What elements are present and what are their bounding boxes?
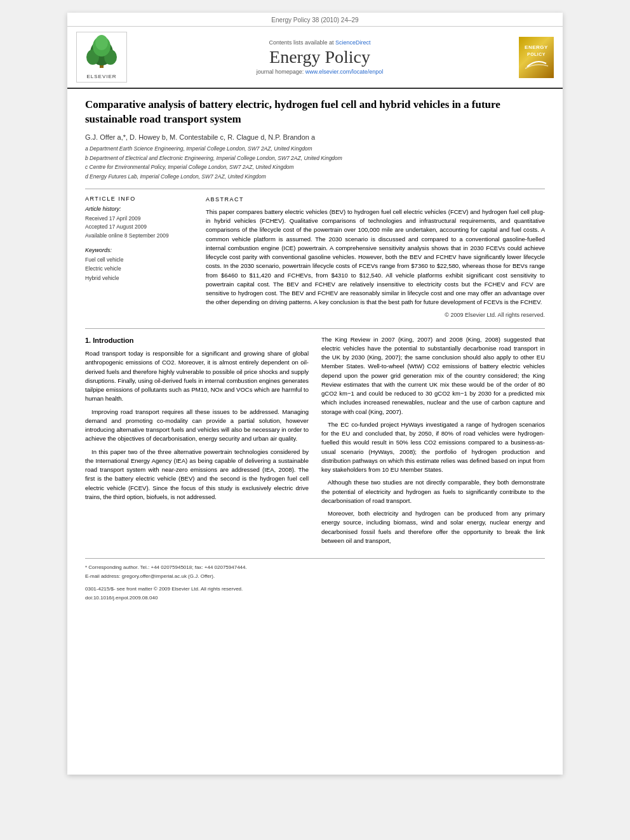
article-content: Comparative analysis of battery electric… [67, 89, 563, 616]
affiliation-d: d Energy Futures Lab, Imperial College L… [85, 173, 545, 181]
elsevier-wordmark: ELSEVIER [79, 74, 124, 79]
body-content: 1. Introduction Road transport today is … [85, 335, 545, 550]
footnote-email: E-mail address: gregory.offer@imperial.a… [85, 573, 545, 580]
received-date: Received 17 April 2009 [85, 215, 193, 223]
journal-homepage: journal homepage: www.elsevier.com/locat… [127, 69, 513, 75]
body-col-right: The King Review in 2007 (King, 2007) and… [321, 335, 545, 550]
body-right-p3: Although these two studies are not direc… [321, 478, 545, 505]
keyword-3: Hybrid vehicle [85, 274, 193, 283]
badge-title-line2: POLICY [527, 51, 546, 57]
body-right-p4: Moreover, both electricity and hydrogen … [321, 509, 545, 545]
body-left-p3: In this paper two of the three alternati… [85, 448, 309, 502]
body-right-p1: The King Review in 2007 (King, 2007) and… [321, 335, 545, 417]
accepted-date: Accepted 17 August 2009 [85, 223, 193, 232]
elsevier-tree-icon [83, 35, 121, 70]
footnote-area: * Corresponding author. Tel.: +44 020759… [85, 558, 545, 602]
journal-page: Energy Policy 38 (2010) 24–29 ELSEVIER [67, 13, 563, 775]
article-history: Article history: Received 17 April 2009 … [85, 206, 193, 241]
keyword-2: Electric vehicle [85, 264, 193, 273]
authors-line: G.J. Offer a,*, D. Howey b, M. Contestab… [85, 133, 545, 141]
journal-header: ELSEVIER Contents lists available at Sci… [67, 27, 563, 89]
contents-link: Contents lists available at ScienceDirec… [127, 39, 513, 46]
affiliation-a: a Department Earth Science Engineering, … [85, 145, 545, 153]
body-left-p1: Road transport today is responsible for … [85, 349, 309, 404]
svg-point-5 [95, 35, 108, 50]
info-abstract-section: ARTICLE INFO Article history: Received 1… [85, 196, 545, 319]
affiliation-c: c Centre for Environmental Policy, Imper… [85, 163, 545, 171]
journal-center: Contents lists available at ScienceDirec… [127, 39, 513, 75]
energy-policy-badge: ENERGY POLICY [519, 37, 554, 78]
body-col-left: 1. Introduction Road transport today is … [85, 335, 309, 550]
section1-number: 1. [85, 337, 91, 344]
divider-2 [85, 328, 545, 329]
section1-heading: 1. Introduction [85, 335, 309, 346]
history-label: Article history: [85, 206, 193, 212]
bottom-copyright: 0301-4215/$- see front matter © 2009 Els… [85, 585, 545, 602]
keywords-block: Keywords: Fuel cell vehicle Electric veh… [85, 247, 193, 283]
keyword-list: Fuel cell vehicle Electric vehicle Hybri… [85, 255, 193, 283]
body-two-col: 1. Introduction Road transport today is … [85, 335, 545, 550]
abstract-text: This paper compares battery electric veh… [206, 208, 545, 307]
homepage-link[interactable]: www.elsevier.com/locate/enpol [305, 69, 384, 75]
body-left-p2: Improving road transport requires all th… [85, 408, 309, 444]
top-bar: Energy Policy 38 (2010) 24–29 [67, 13, 563, 27]
keywords-label: Keywords: [85, 247, 193, 253]
sciencedirect-link[interactable]: ScienceDirect [335, 39, 371, 46]
issn-line: 0301-4215/$- see front matter © 2009 Els… [85, 585, 545, 593]
authors-text: G.J. Offer a,*, D. Howey b, M. Contestab… [85, 133, 315, 141]
body-right-p2: The EC co-funded project HyWays investig… [321, 420, 545, 475]
journal-citation: Energy Policy 38 (2010) 24–29 [271, 17, 358, 23]
abstract-col: ABSTRACT This paper compares battery ele… [206, 196, 545, 319]
footnote-corresponding: * Corresponding author. Tel.: +44 020759… [85, 564, 545, 571]
badge-title-line1: ENERGY [525, 44, 548, 51]
keyword-1: Fuel cell vehicle [85, 255, 193, 264]
article-info-col: ARTICLE INFO Article history: Received 1… [85, 196, 193, 319]
badge-graphic [524, 57, 549, 70]
doi-line: doi:10.1016/j.enpol.2009.08.040 [85, 594, 545, 602]
affiliations: a Department Earth Science Engineering, … [85, 145, 545, 181]
section1-title: Introduction [93, 337, 133, 344]
abstract-copyright: © 2009 Elsevier Ltd. All rights reserved… [206, 311, 545, 319]
article-title: Comparative analysis of battery electric… [85, 98, 545, 127]
article-info-label: ARTICLE INFO [85, 196, 193, 202]
available-date: Available online 8 September 2009 [85, 232, 193, 241]
abstract-label: ABSTRACT [206, 196, 545, 204]
affiliation-b: b Department of Electrical and Electroni… [85, 154, 545, 163]
journal-title: Energy Policy [127, 47, 513, 67]
elsevier-logo: ELSEVIER [76, 32, 127, 83]
divider-1 [85, 189, 545, 189]
